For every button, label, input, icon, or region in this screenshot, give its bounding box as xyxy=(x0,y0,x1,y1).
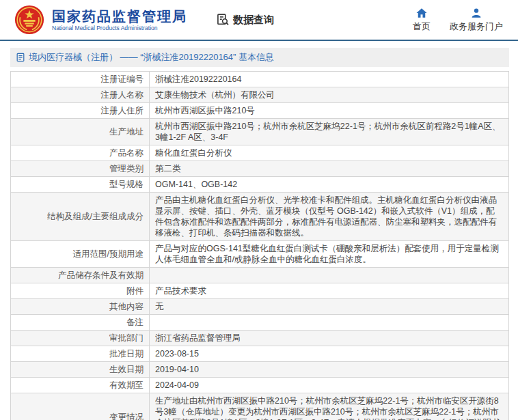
row-label: 适用范围/预期用途 xyxy=(11,241,150,267)
row-label: 型号规格 xyxy=(11,177,150,192)
table-row: 注册证编号 浙械注准20192220164 xyxy=(11,72,508,87)
row-value: 产品由主机糖化血红蛋白分析仪、光学校准卡和配件组成。主机糖化血红蛋白分析仪由液晶… xyxy=(150,193,508,240)
row-value: 浙械注准20192220164 xyxy=(150,72,508,87)
table-row: 产品储存条件及有效期 xyxy=(11,268,508,283)
document-icon xyxy=(16,53,25,62)
row-value: 2024-04-09 xyxy=(150,378,508,393)
row-value: 第二类 xyxy=(150,161,508,176)
row-value xyxy=(150,273,508,277)
home-icon xyxy=(415,7,428,19)
header-nav: 首页 政务服务门户 xyxy=(413,7,508,33)
row-label: 生产地址 xyxy=(11,119,150,145)
row-label: 管理类别 xyxy=(11,161,150,176)
table-row: 产品名称 糖化血红蛋白分析仪 xyxy=(11,145,508,161)
breadcrumb-text: 境内医疗器械（注册） —— “浙械注准20192220164” 基本信息 xyxy=(29,51,274,64)
row-value: 艾康生物技术（杭州）有限公司 xyxy=(150,87,508,102)
table-row: 注册人名称 艾康生物技术（杭州）有限公司 xyxy=(11,87,508,103)
row-label: 产品名称 xyxy=(11,145,150,160)
table-row: 批准日期 2023-08-15 xyxy=(11,346,508,362)
row-value: 产品与对应的OGS-141型糖化血红蛋白测试卡（硼酸亲和层析法）配套使用，用于定… xyxy=(150,241,508,267)
nav-gov-portal[interactable]: 政务服务门户 xyxy=(450,7,503,33)
user-icon xyxy=(470,7,482,19)
row-label: 注册人名称 xyxy=(11,87,150,102)
row-value: 浙江省药品监督管理局 xyxy=(150,331,508,346)
table-row: 备注 xyxy=(11,315,508,331)
row-label: 有效期至 xyxy=(11,378,150,393)
data-query-button[interactable]: 数据查询 xyxy=(216,13,274,27)
table-row: 其他内容 无 xyxy=(11,299,508,315)
nav-gov-portal-label: 政务服务门户 xyxy=(450,20,503,33)
row-value: 2023-08-15 xyxy=(150,346,508,361)
row-label: 结构及组成/主要组成成分 xyxy=(11,193,150,240)
table-row: 生产地址 杭州市西湖区振中路210号；杭州市余杭区芝麻坞22-1号；杭州市余杭区… xyxy=(11,119,508,145)
nav-home[interactable]: 首页 xyxy=(413,7,431,33)
row-value: 生产地址由杭州市西湖区振中路210号；杭州市余杭区芝麻坞22-1号；杭州市临安区… xyxy=(150,393,508,420)
table-row: 结构及组成/主要组成成分 产品由主机糖化血红蛋白分析仪、光学校准卡和配件组成。主… xyxy=(11,193,508,241)
table-row: 附件 产品技术要求 xyxy=(11,283,508,299)
table-row: 型号规格 OGM-141、OGB-142 xyxy=(11,177,508,193)
table-row: 有效期至 2024-04-09 xyxy=(11,378,508,393)
main-content: 境内医疗器械（注册） —— “浙械注准20192220164” 基本信息 注册证… xyxy=(0,41,518,420)
table-row: 管理类别 第二类 xyxy=(11,161,508,177)
nav-home-label: 首页 xyxy=(413,20,431,33)
row-label: 附件 xyxy=(11,283,150,298)
table-row: 审批部门 浙江省药品监督管理局 xyxy=(11,331,508,346)
table-row: 适用范围/预期用途 产品与对应的OGS-141型糖化血红蛋白测试卡（硼酸亲和层析… xyxy=(11,241,508,268)
breadcrumb: 境内医疗器械（注册） —— “浙械注准20192220164” 基本信息 xyxy=(10,48,509,67)
row-value: 糖化血红蛋白分析仪 xyxy=(150,145,508,160)
row-label: 审批部门 xyxy=(11,331,150,346)
nmpa-emblem-icon xyxy=(14,4,45,36)
data-query-label: 数据查询 xyxy=(233,14,274,27)
row-value: 产品技术要求 xyxy=(150,283,508,298)
row-label: 其他内容 xyxy=(11,299,150,314)
site-title-en: National Medical Products Administration xyxy=(52,25,187,32)
row-value: OGM-141、OGB-142 xyxy=(150,177,508,192)
registration-info-table: 注册证编号 浙械注准20192220164 注册人名称 艾康生物技术（杭州）有限… xyxy=(10,71,509,420)
row-label: 注册证编号 xyxy=(11,72,150,87)
data-query-icon xyxy=(216,13,230,27)
brand-titles: 国家药品监督管理局 National Medical Products Admi… xyxy=(52,8,187,32)
row-value: 杭州市西湖区振中路210号 xyxy=(150,103,508,118)
table-row: 生效日期 2019-04-10 xyxy=(11,362,508,378)
header-brand: 国家药品监督管理局 National Medical Products Admi… xyxy=(14,4,274,36)
row-value: 杭州市西湖区振中路210号；杭州市余杭区芝麻坞22-1号；杭州市余杭区前程路2号… xyxy=(150,119,508,145)
row-label: 备注 xyxy=(11,315,150,330)
row-label: 批准日期 xyxy=(11,346,150,361)
table-row: 注册人住所 杭州市西湖区振中路210号 xyxy=(11,103,508,119)
row-label: 生效日期 xyxy=(11,362,150,377)
row-value: 无 xyxy=(150,299,508,314)
row-label: 产品储存条件及有效期 xyxy=(11,268,150,283)
site-header: 国家药品监督管理局 National Medical Products Admi… xyxy=(0,0,518,41)
row-label: 注册人住所 xyxy=(11,103,150,118)
row-label: 变更情况 xyxy=(11,393,150,420)
table-row: 变更情况 生产地址由杭州市西湖区振中路210号；杭州市余杭区芝麻坞22-1号；杭… xyxy=(11,393,508,420)
row-value xyxy=(150,320,508,324)
row-value: 2019-04-10 xyxy=(150,362,508,377)
site-title-cn: 国家药品监督管理局 xyxy=(52,8,187,25)
